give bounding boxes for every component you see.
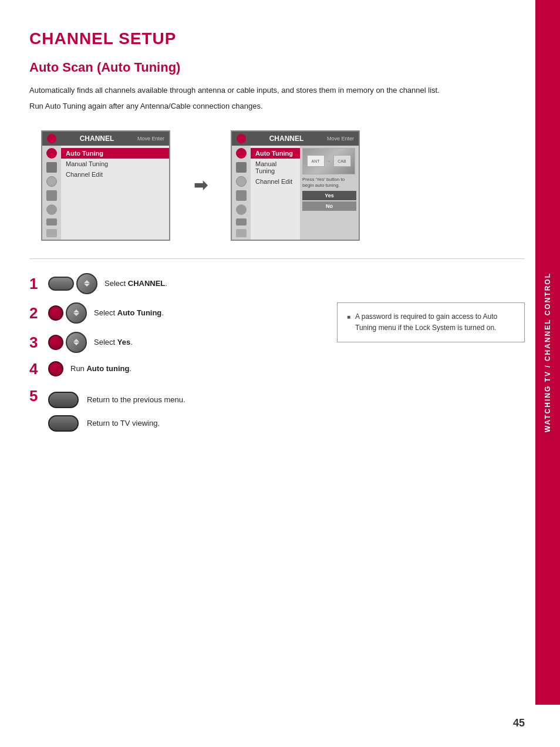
step-5-area: Return to the previous menu. Return to T… (48, 392, 185, 432)
step-4-post: . (129, 364, 131, 373)
tv-menu-item-auto-tuning: Auto Tuning (61, 148, 169, 159)
tv-menu-2-title: CHANNEL (269, 134, 304, 143)
step-2-pre: Select (94, 308, 117, 317)
tv-panel-image: ANT → CAB (302, 148, 355, 174)
icon-7 (46, 229, 57, 237)
icon-5 (46, 204, 57, 215)
icon-6 (46, 218, 57, 226)
tv-menu-item-channel-edit: Channel Edit (61, 169, 169, 180)
back-button-1[interactable] (48, 392, 79, 408)
step-3-pre: Select (94, 338, 117, 346)
arrow-up-icon (84, 280, 90, 283)
tv-menu-1-body: Auto Tuning Manual Tuning Channel Edit (42, 146, 169, 240)
tv-menu-1-items: Auto Tuning Manual Tuning Channel Edit (61, 146, 169, 240)
step-5-sub-1: Return to the previous menu. (48, 392, 185, 408)
tv-menu-1-header: CHANNEL Move Enter (42, 132, 169, 146)
arrow-up-icon-2 (73, 309, 79, 312)
steps-left: 2 Select Auto Tuning. 3 (29, 302, 308, 385)
tv-menu-1-nav: Move Enter (137, 136, 164, 142)
step-5-sub-2: Return to TV viewing. (48, 415, 185, 432)
step-3-row: 3 Select Yes. (29, 332, 308, 353)
step-5-number: 5 (29, 388, 41, 403)
step-2-number: 2 (29, 305, 41, 321)
tv-menu-1: CHANNEL Move Enter Auto Tuning Manual Tu… (41, 130, 170, 241)
nav-button-2[interactable] (66, 302, 87, 324)
tv-menu-1-title: CHANNEL (80, 134, 114, 143)
step-4-row: 4 Run Auto tuning. (29, 361, 308, 376)
arrow-up-icon-3 (73, 339, 79, 342)
tv-menu-1-icons (42, 146, 61, 240)
nav-button-3[interactable] (66, 332, 87, 353)
arrow-down-icon-3 (73, 342, 79, 345)
icon-2-5 (236, 204, 247, 215)
tv-menu-2-items: Auto Tuning Manual Tuning Channel Edit (251, 146, 300, 240)
page-container: WATCHING TV / CHANNEL CONTROL CHANNEL SE… (0, 0, 560, 747)
tv-menu-1-icon (47, 134, 56, 143)
description-2: Run Auto Tuning again after any Antenna/… (29, 100, 525, 113)
icon-2-4 (236, 190, 247, 201)
step-1-bold: CHANNEL (128, 279, 166, 288)
step-5-text-1: Return to the previous menu. (87, 395, 185, 404)
step-3-buttons (48, 332, 87, 353)
tv-menu-2-header: CHANNEL Move Enter (232, 132, 359, 146)
page-number: 45 (513, 717, 525, 729)
ok-button-3[interactable] (48, 335, 63, 350)
tv-menu2-item-channel-edit: Channel Edit (251, 176, 300, 187)
tv-menu-2-icons (232, 146, 251, 240)
tv-panel-prompt: Press 'Yes' button to begin auto tuning. (302, 177, 356, 189)
icon-2-7 (236, 229, 247, 237)
tv-menu2-item-auto-tuning: Auto Tuning (251, 148, 300, 159)
step-5-row: 5 Return to the previous menu. Return to… (29, 388, 525, 432)
step-3-bold: Yes (117, 338, 130, 346)
yes-button[interactable]: Yes (302, 191, 356, 200)
tv-menu-2: CHANNEL Move Enter Auto Tuning Manual Tu… (231, 130, 360, 241)
arrow-next: ➡ (194, 176, 207, 195)
step-2-bold: Auto Tuning (117, 308, 162, 317)
step-4-number: 4 (29, 361, 41, 376)
step-1-text: Select CHANNEL. (104, 279, 167, 288)
arrow-down-icon-2 (73, 313, 79, 316)
icon-2-3 (236, 176, 247, 187)
menu-button[interactable] (48, 277, 74, 291)
tv-menu-2-icon (237, 134, 246, 143)
step-4-bold: Auto tuning (86, 364, 129, 373)
steps-area: 1 Select CHANNEL. 2 (29, 273, 525, 432)
description-1: Automatically finds all channels availab… (29, 85, 525, 97)
icon-1 (46, 148, 57, 159)
step-4-text: Run Auto tuning. (70, 364, 131, 373)
note-text: A password is required to gain access to… (347, 311, 515, 334)
step-2-text: Select Auto Tuning. (94, 308, 164, 317)
step-5-text-2: Return to TV viewing. (87, 419, 160, 428)
tv-menu-2-body: Auto Tuning Manual Tuning Channel Edit A… (232, 146, 359, 240)
tv-menu2-item-manual-tuning: Manual Tuning (251, 159, 300, 176)
no-button[interactable]: No (302, 201, 356, 211)
note-content: A password is required to gain access to… (355, 311, 515, 334)
steps-with-note: 2 Select Auto Tuning. 3 (29, 302, 525, 385)
sidebar-right: WATCHING TV / CHANNEL CONTROL (535, 0, 560, 705)
step-2-row: 2 Select Auto Tuning. (29, 302, 308, 324)
divider (29, 258, 525, 259)
ok-button-2[interactable] (48, 305, 63, 321)
tv-menu-item-manual-tuning: Manual Tuning (61, 159, 169, 169)
arrow-down-icon (84, 284, 90, 287)
icon-4 (46, 190, 57, 201)
step-1-buttons (48, 273, 97, 294)
tv-panel: ANT → CAB Press 'Yes' button to begin au… (300, 146, 359, 240)
icon-2 (46, 162, 57, 173)
sidebar-label: WATCHING TV / CHANNEL CONTROL (544, 272, 552, 432)
step-4-buttons (48, 361, 63, 376)
back-button-2[interactable] (48, 415, 79, 432)
nav-button-1[interactable] (76, 273, 97, 294)
step-3-text: Select Yes. (94, 338, 133, 346)
step-3-post: . (130, 338, 133, 346)
step-2-post: . (161, 308, 164, 317)
ok-button-4[interactable] (48, 361, 63, 376)
section-title: Auto Scan (Auto Tuning) (29, 60, 525, 75)
icon-2-2 (236, 162, 247, 173)
step-4-pre: Run (70, 364, 86, 373)
step-1-pre: Select (104, 279, 128, 288)
chapter-title: CHANNEL SETUP (29, 29, 525, 48)
tv-menu-2-nav: Move Enter (327, 136, 354, 142)
step-1-row: 1 Select CHANNEL. (29, 273, 525, 294)
step-2-buttons (48, 302, 87, 324)
